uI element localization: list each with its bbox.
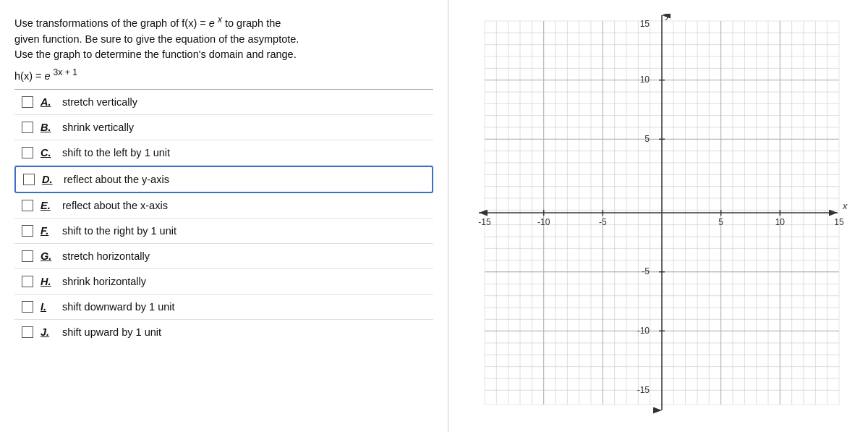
text-F: shift to the right by 1 unit	[62, 225, 176, 237]
label-F: F.	[41, 225, 56, 237]
y-label-10: 10	[640, 75, 650, 85]
text-E: reflect about the x-axis	[62, 200, 168, 211]
checkbox-D[interactable]	[23, 174, 35, 185]
option-H[interactable]: H. shrink horizontally	[14, 269, 433, 295]
text-A: stretch vertically	[62, 96, 137, 108]
checkbox-B[interactable]	[22, 122, 33, 133]
x-label-neg15: -15	[478, 217, 491, 227]
y-label-neg5: -5	[642, 266, 650, 276]
y-axis-name: y	[665, 14, 671, 20]
x-label-10: 10	[775, 217, 786, 227]
checkbox-J[interactable]	[22, 326, 33, 338]
checkbox-G[interactable]	[22, 250, 33, 262]
option-E[interactable]: E. reflect about the x-axis	[14, 193, 433, 219]
x-label-15: 15	[834, 217, 844, 227]
option-B[interactable]: B. shrink vertically	[14, 115, 433, 140]
label-I: I.	[41, 301, 56, 313]
option-I[interactable]: I. shift downward by 1 unit	[14, 295, 433, 320]
label-B: B.	[41, 122, 56, 133]
question-text: Use transformations of the graph of f(x)…	[14, 13, 433, 63]
option-G[interactable]: G. stretch horizontally	[14, 244, 433, 269]
label-G: G.	[41, 250, 56, 262]
y-label-15: 15	[640, 19, 650, 29]
text-G: stretch horizontally	[62, 250, 150, 262]
x-label-5: 5	[718, 217, 723, 227]
x-label-neg10: -10	[537, 217, 550, 227]
options-list: A. stretch vertically B. shrink vertical…	[14, 90, 433, 344]
option-A[interactable]: A. stretch vertically	[14, 90, 433, 115]
option-F[interactable]: F. shift to the right by 1 unit	[14, 219, 433, 244]
text-B: shrink vertically	[62, 122, 134, 133]
checkbox-A[interactable]	[22, 96, 33, 108]
label-D: D.	[42, 174, 58, 185]
graph-container: -10 -5 5 10 15 -15 10 5 -5 -10 -15 15 x …	[463, 14, 854, 419]
x-axis-name: x	[842, 200, 848, 211]
checkbox-F[interactable]	[22, 225, 33, 237]
text-I: shift downward by 1 unit	[62, 301, 175, 313]
text-C: shift to the left by 1 unit	[62, 147, 170, 158]
left-panel: Use transformations of the graph of f(x)…	[0, 0, 448, 432]
label-J: J.	[41, 326, 56, 338]
checkbox-H[interactable]	[22, 276, 33, 287]
option-C[interactable]: C. shift to the left by 1 unit	[14, 140, 433, 166]
checkbox-E[interactable]	[22, 200, 33, 211]
x-label-neg5: -5	[599, 217, 607, 227]
text-D: reflect about the y-axis	[64, 174, 169, 185]
text-H: shrink horizontally	[62, 276, 146, 287]
coordinate-graph: -10 -5 5 10 15 -15 10 5 -5 -10 -15 15 x …	[463, 14, 854, 419]
label-A: A.	[41, 96, 56, 108]
y-label-neg15: -15	[637, 385, 650, 395]
label-C: C.	[41, 147, 56, 158]
option-J[interactable]: J. shift upward by 1 unit	[14, 320, 433, 344]
y-label-neg10: -10	[637, 326, 650, 336]
option-D[interactable]: D. reflect about the y-axis	[14, 166, 433, 193]
label-E: E.	[41, 200, 56, 211]
y-label-5: 5	[644, 134, 650, 144]
checkbox-C[interactable]	[22, 147, 33, 158]
checkbox-I[interactable]	[22, 301, 33, 313]
label-H: H.	[41, 276, 56, 287]
equation: h(x) = e 3x + 1	[14, 67, 433, 82]
text-J: shift upward by 1 unit	[62, 326, 161, 338]
right-panel: -10 -5 5 10 15 -15 10 5 -5 -10 -15 15 x …	[448, 0, 868, 432]
